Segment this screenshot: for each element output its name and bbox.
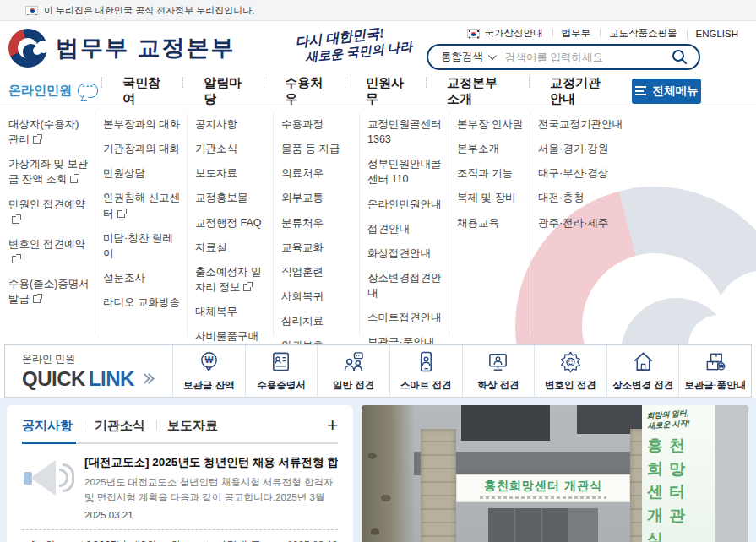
menu-item-label: 직업훈련 [281, 266, 324, 278]
mega-column: 전국교정기관안내서울·경기·강원대구·부산·경상대전·충청광주·전라·제주 [538, 117, 633, 240]
menu-item[interactable]: 자비물품구매 [195, 328, 268, 344]
menu-item[interactable]: 보관금·품안내 [367, 334, 443, 344]
featured-notice-title: [대전교도소] 2025년도 청년인턴 채용 서류전형 합격자 … [84, 455, 338, 470]
menu-item[interactable]: 본부소개 [457, 141, 525, 156]
menu-item-label: 대상자(수용자) 관리 [8, 118, 79, 145]
menu-item[interactable]: 전국교정기관안내 [538, 117, 633, 132]
menu-item[interactable]: 보도자료 [195, 165, 268, 181]
menu-item-label: 공지사항 [195, 118, 237, 130]
news-tab[interactable]: 기관소식 [84, 418, 156, 434]
menu-item-label: 복제 및 장비 [457, 192, 515, 203]
menu-item[interactable]: 정부민원안내콜센터 110 [367, 156, 443, 187]
menu-item[interactable]: 민원인 접견예약 [8, 197, 90, 227]
menu-item[interactable]: 수용(출소)증명서 발급 [8, 276, 90, 306]
menu-item[interactable]: 대구·부산·경상 [538, 165, 633, 181]
menu-item[interactable]: 물품 등 지급 [281, 141, 352, 156]
menu-item[interactable]: 조직과 기능 [457, 165, 525, 181]
menu-item[interactable]: 화상접견안내 [367, 246, 443, 261]
menu-item[interactable]: 교정홍보물 [195, 190, 268, 205]
external-link-icon [243, 284, 251, 291]
utility-link[interactable]: 국가상징안내 [476, 27, 552, 40]
menu-item[interactable]: 인권침해 신고센터 [103, 190, 181, 220]
menu-item[interactable]: 설문조사 [103, 270, 181, 285]
menu-item[interactable]: 의료처우 [281, 165, 352, 181]
menu-item[interactable]: 변호인 접견예약 [8, 236, 90, 267]
search-category-select[interactable]: 통합검색 [428, 50, 494, 64]
quick-link-label: 장소변경 접견 [612, 379, 673, 392]
menu-item-label: 미담·칭찬 릴레이 [103, 232, 173, 259]
utility-link[interactable]: ENGLISH [687, 29, 748, 39]
nav-item-online-minwon[interactable]: 온라인민원 [8, 83, 101, 99]
menu-item[interactable]: 분류처우 [281, 215, 352, 230]
menu-item-label: 광주·전라·제주 [538, 217, 608, 229]
menu-item[interactable]: 본부장 인사말 [457, 117, 525, 132]
menu-item[interactable]: 직업훈련 [281, 264, 352, 279]
menu-item[interactable]: 수용과정 [281, 117, 352, 132]
menu-item[interactable]: 자료실 [195, 240, 268, 255]
menu-item[interactable]: 출소예정자 일자리 정보 [195, 264, 268, 295]
featured-notice[interactable]: [대전교도소] 2025년도 청년인턴 채용 서류전형 합격자 … 2025년도… [22, 455, 338, 520]
menu-item[interactable]: 교육교화 [281, 240, 352, 255]
menu-item-label: 전국교정기관안내 [538, 118, 623, 130]
menu-item-label: 교정민원콜센터 1363 [367, 118, 442, 145]
menu-item[interactable]: 민원상담 [103, 165, 181, 181]
quick-link-item[interactable]: 변호인 접견 [534, 345, 606, 397]
menu-item[interactable]: 미담·칭찬 릴레이 [103, 230, 181, 261]
menu-item[interactable]: 서울·경기·강원 [538, 141, 633, 156]
vertical-banner-slogan: 희망의 일터, 새로운 시작! [646, 407, 710, 431]
menu-item[interactable]: 가상계좌 및 보관금 잔액 조회 [8, 156, 90, 187]
nav-online-minwon-label: 온라인민원 [8, 83, 72, 99]
vertical-banner-title: 홍천 희망 센터 개관식 [647, 434, 710, 542]
menu-item[interactable]: 광주·전라·제주 [538, 215, 633, 230]
column-divider [449, 113, 449, 336]
menu-item[interactable]: 교정민원콜센터 1363 [367, 117, 443, 147]
menu-item[interactable]: 스마트접견안내 [367, 310, 443, 325]
notice-row[interactable]: ·[포항교도소] 2025년 제2회 포항교도소 기간제 근로자(조리원) 공개… [22, 539, 338, 542]
menu-item-label: 수용과정 [281, 118, 324, 130]
quick-link-item[interactable]: 화상 접견 [462, 345, 535, 397]
utility-link[interactable]: 교도작품쇼핑몰 [600, 27, 687, 40]
quick-link-item[interactable]: 일반 접견 [317, 345, 389, 397]
menu-item[interactable]: 본부장과의 대화 [103, 117, 181, 132]
menu-item-label: 자료실 [195, 241, 227, 253]
search-icon[interactable] [672, 49, 688, 65]
menu-item[interactable]: 교정행정 FAQ [195, 215, 268, 230]
quick-link-item[interactable]: 장소변경 접견 [606, 345, 679, 397]
menu-item[interactable]: 심리치료 [281, 313, 352, 328]
menu-item[interactable]: 복제 및 장비 [457, 190, 525, 205]
menu-item[interactable]: 외부교통 [281, 190, 352, 205]
stone-pillar [421, 429, 456, 542]
news-tab[interactable]: 공지사항 [22, 418, 84, 434]
menu-item[interactable]: 기관장과의 대화 [103, 141, 181, 156]
menu-item[interactable]: 라디오 교화방송 [103, 295, 181, 310]
menu-item[interactable]: 채용교육 [457, 215, 525, 230]
menu-item[interactable]: 온라인민원안내 [367, 197, 443, 212]
column-divider [273, 113, 274, 336]
all-menu-button[interactable]: 전체메뉴 [632, 79, 701, 104]
quick-link-item[interactable]: 수용증명서 [245, 345, 318, 397]
house-icon [632, 350, 655, 377]
menu-item[interactable]: 대전·충청 [538, 190, 633, 205]
quick-link-item[interactable]: ₩보관금 잔액 [172, 345, 245, 397]
menu-item-label: 기관소식 [195, 143, 237, 154]
quick-link-sublabel: 온라인 민원 [22, 352, 172, 366]
utility-link[interactable]: 법무부 [552, 27, 601, 40]
news-photo[interactable]: 홍천희망센터 개관식 희망의 일터, 새로운 시작! 홍천 희망 센터 개관식 [362, 405, 748, 542]
official-banner-text: 이 누리집은 대한민국 공식 전자정부 누리집입니다. [44, 4, 254, 17]
menu-item[interactable]: 사회복귀 [281, 289, 352, 304]
menu-item[interactable]: 대체복무 [195, 304, 268, 319]
search-input[interactable] [505, 51, 672, 63]
menu-item[interactable]: 접견안내 [367, 221, 443, 236]
news-tab[interactable]: 보도자료 [156, 418, 229, 434]
menu-item[interactable]: 공지사항 [195, 117, 268, 132]
site-logo[interactable]: 법무부 교정본부 [8, 29, 236, 68]
quick-link-label: 수용증명서 [257, 379, 306, 392]
menu-item[interactable]: 기관소식 [195, 141, 268, 156]
more-button[interactable]: + [327, 416, 338, 435]
menu-item[interactable]: 인권보호 [281, 338, 352, 344]
menu-item[interactable]: 장소변경접견안내 [367, 270, 443, 301]
mega-column: 대상자(수용자) 관리가상계좌 및 보관금 잔액 조회민원인 접견예약변호인 접… [8, 117, 90, 316]
menu-item[interactable]: 대상자(수용자) 관리 [8, 117, 90, 147]
quick-link-item[interactable]: 스마트 접견 [389, 345, 462, 397]
quick-link-item[interactable]: ₩보관금·품안내 [678, 345, 751, 397]
